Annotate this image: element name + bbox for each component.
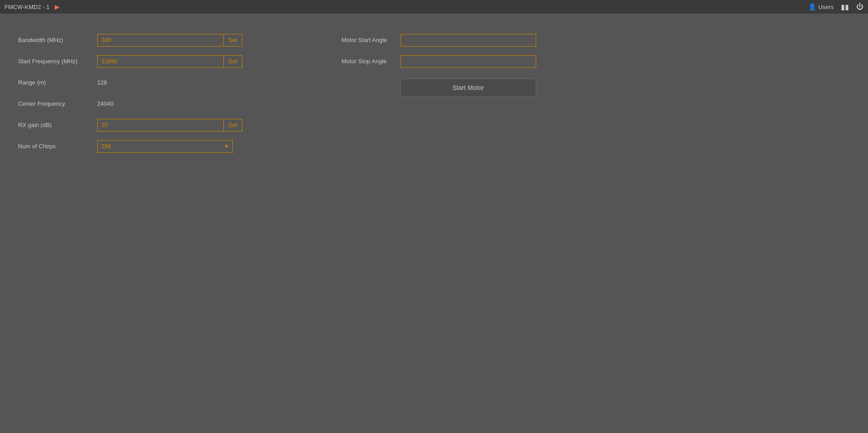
- left-panel: Bandwidth (MHz) Set Start Frequency (MHz…: [18, 32, 242, 159]
- topbar-right: 👤 Users ▮▮ ⏻: [808, 3, 863, 11]
- rx-gain-input-wrapper: Set: [97, 119, 242, 132]
- motor-start-angle-input[interactable]: [401, 34, 536, 47]
- start-frequency-row: Start Frequency (MHz) Set: [18, 53, 242, 70]
- rx-gain-label: RX gain (dB): [18, 122, 97, 128]
- rx-gain-input[interactable]: [97, 119, 224, 132]
- range-row: Range (m) 128: [18, 74, 242, 91]
- range-label: Range (m): [18, 79, 97, 86]
- main-content: Bandwidth (MHz) Set Start Frequency (MHz…: [0, 14, 868, 177]
- motor-start-angle-label: Motor Start Angle: [342, 37, 401, 43]
- start-frequency-input-wrapper: Set: [97, 55, 242, 68]
- motor-start-angle-row: Motor Start Angle: [342, 32, 536, 48]
- bandwidth-input[interactable]: [97, 34, 224, 47]
- center-frequency-label: Center Frequency: [18, 100, 97, 107]
- rx-gain-set-button[interactable]: Set: [224, 119, 242, 132]
- power-icon[interactable]: ⏻: [856, 3, 863, 11]
- users-section[interactable]: 👤 Users: [808, 3, 834, 10]
- motor-stop-angle-input[interactable]: [401, 55, 536, 68]
- app-title: FMCW-KMD2 - 1: [5, 4, 49, 10]
- pause-icon[interactable]: ▮▮: [841, 3, 849, 11]
- bandwidth-label: Bandwidth (MHz): [18, 37, 97, 43]
- user-icon: 👤: [808, 3, 816, 10]
- range-value: 128: [97, 79, 107, 86]
- rx-gain-row: RX gain (dB) Set: [18, 117, 242, 133]
- center-frequency-row: Center Frequency 24040: [18, 95, 242, 112]
- topbar: FMCW-KMD2 - 1 ▶ 👤 Users ▮▮ ⏻: [0, 0, 868, 14]
- num-chirps-row: Num of Chirps 256 128 512 1024 ▼: [18, 138, 242, 155]
- play-icon[interactable]: ▶: [55, 3, 60, 10]
- bandwidth-input-wrapper: Set: [97, 34, 242, 47]
- start-frequency-set-button[interactable]: Set: [224, 55, 242, 68]
- start-frequency-input[interactable]: [97, 55, 224, 68]
- start-motor-button[interactable]: Start Motor: [401, 79, 536, 97]
- motor-stop-angle-row: Motor Stop Angle: [342, 53, 536, 70]
- users-label: Users: [818, 4, 834, 10]
- num-chirps-label: Num of Chirps: [18, 143, 97, 150]
- start-frequency-label: Start Frequency (MHz): [18, 58, 97, 65]
- motor-stop-angle-label: Motor Stop Angle: [342, 58, 401, 65]
- right-panel: Motor Start Angle Motor Stop Angle Start…: [342, 32, 536, 159]
- num-chirps-select-wrapper: 256 128 512 1024 ▼: [97, 140, 233, 153]
- bandwidth-row: Bandwidth (MHz) Set: [18, 32, 242, 48]
- bandwidth-set-button[interactable]: Set: [224, 34, 242, 47]
- num-chirps-select[interactable]: 256 128 512 1024: [97, 140, 233, 153]
- topbar-left: FMCW-KMD2 - 1 ▶: [5, 3, 60, 10]
- center-frequency-value: 24040: [97, 100, 113, 107]
